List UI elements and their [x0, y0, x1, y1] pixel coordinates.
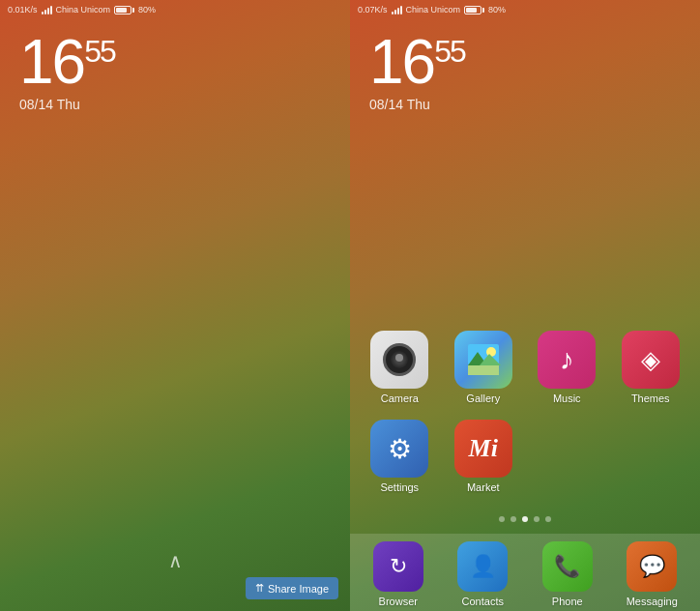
camera-flash-icon: [395, 354, 403, 362]
dock-contacts[interactable]: 👤 Contacts: [443, 541, 524, 607]
browser-symbol-icon: ↻: [390, 554, 407, 579]
left-clock-time: 1655: [19, 31, 331, 93]
left-status-left: 0.01K/s China Unicom 80%: [8, 5, 156, 15]
right-status-left: 0.07K/s China Unicom 80%: [358, 5, 506, 15]
market-icon-bg: Mi: [454, 420, 512, 478]
gallery-icon-bg: [454, 331, 512, 389]
dock-messaging[interactable]: 💬 Messaging: [612, 541, 693, 607]
dock-phone[interactable]: 📞 Phone: [527, 541, 608, 607]
left-speed: 0.01K/s: [8, 5, 38, 15]
right-speed: 0.07K/s: [358, 5, 388, 15]
app-dock: ↻ Browser 👤 Contacts 📞 Phone 💬 Messaging: [350, 534, 700, 611]
svg-point-2: [486, 347, 496, 357]
share-label: Share Image: [268, 583, 329, 595]
share-icon: ⇈: [255, 582, 264, 595]
right-signal-icon: [392, 5, 402, 15]
right-hours: 16: [369, 27, 434, 97]
right-minutes: 55: [434, 34, 465, 69]
app-market[interactable]: Mi Market: [450, 420, 518, 493]
messaging-icon-bg: 💬: [627, 541, 677, 592]
music-label: Music: [553, 393, 581, 404]
left-minutes: 55: [84, 34, 115, 69]
page-dot-5: [545, 516, 551, 522]
themes-icon-bg: ◈: [622, 331, 680, 389]
contacts-label: Contacts: [462, 596, 504, 607]
gallery-svg-icon: [466, 342, 501, 377]
phone-label: Phone: [552, 596, 583, 607]
themes-label: Themes: [631, 393, 670, 404]
page-dot-3-active: [522, 516, 528, 522]
contacts-person-icon: 👤: [470, 554, 496, 579]
left-battery-icon: [114, 6, 134, 15]
browser-label: Browser: [379, 596, 418, 607]
phone-icon-bg: 📞: [542, 541, 593, 592]
unlock-arrow-icon: ∧: [168, 549, 183, 572]
left-status-bar: 0.01K/s China Unicom 80%: [0, 0, 350, 19]
camera-label: Camera: [381, 393, 419, 404]
settings-label: Settings: [380, 481, 419, 493]
right-battery-icon: [464, 6, 484, 15]
svg-rect-5: [468, 365, 499, 375]
right-phone-panel: 0.07K/s China Unicom 80% 1655 08/14 Thu: [350, 0, 700, 611]
page-dot-2: [510, 516, 516, 522]
settings-gear-icon: ⚙: [388, 433, 412, 465]
app-camera[interactable]: Camera: [365, 331, 434, 404]
market-label: Market: [467, 481, 500, 493]
camera-lens-icon: [383, 343, 416, 376]
app-grid: Camera Galler: [350, 315, 700, 509]
camera-icon-bg: [370, 331, 428, 389]
messaging-bubble-icon: 💬: [639, 554, 665, 579]
share-image-button[interactable]: ⇈ Share Image: [246, 577, 338, 599]
market-mi-icon: Mi: [469, 434, 498, 463]
left-clock-area: 1655 08/14 Thu: [0, 19, 350, 120]
app-settings[interactable]: ⚙ Settings: [365, 420, 434, 493]
app-music[interactable]: ♪ Music: [533, 331, 601, 404]
right-clock-date: 08/14 Thu: [369, 97, 681, 112]
right-battery-pct: 80%: [488, 5, 506, 15]
contacts-icon-bg: 👤: [457, 541, 508, 592]
browser-icon-bg: ↻: [373, 541, 423, 592]
left-clock-date: 08/14 Thu: [19, 97, 331, 112]
phone-handset-icon: 📞: [554, 554, 580, 579]
dock-browser[interactable]: ↻ Browser: [358, 541, 439, 607]
themes-diamond-icon: ◈: [641, 345, 660, 375]
settings-icon-bg: ⚙: [370, 420, 428, 478]
app-gallery[interactable]: Gallery: [450, 331, 518, 404]
right-clock-area: 1655 08/14 Thu: [350, 19, 700, 120]
left-phone-panel: 0.01K/s China Unicom 80% 1655 08/14 Thu: [0, 0, 350, 611]
left-battery-pct: 80%: [138, 5, 156, 15]
left-carrier: China Unicom: [56, 5, 111, 15]
left-signal-icon: [42, 5, 52, 15]
page-dot-4: [534, 516, 540, 522]
app-themes[interactable]: ◈ Themes: [617, 331, 685, 404]
gallery-label: Gallery: [466, 393, 500, 404]
music-icon-bg: ♪: [538, 331, 596, 389]
right-clock-time: 1655: [369, 31, 681, 93]
right-status-bar: 0.07K/s China Unicom 80%: [350, 0, 700, 19]
unlock-indicator[interactable]: ∧: [168, 549, 183, 572]
page-dots: [350, 516, 700, 522]
music-note-icon: ♪: [560, 343, 574, 376]
right-carrier: China Unicom: [406, 5, 461, 15]
messaging-label: Messaging: [627, 596, 678, 607]
page-dot-1: [499, 516, 505, 522]
left-hours: 16: [19, 27, 84, 97]
